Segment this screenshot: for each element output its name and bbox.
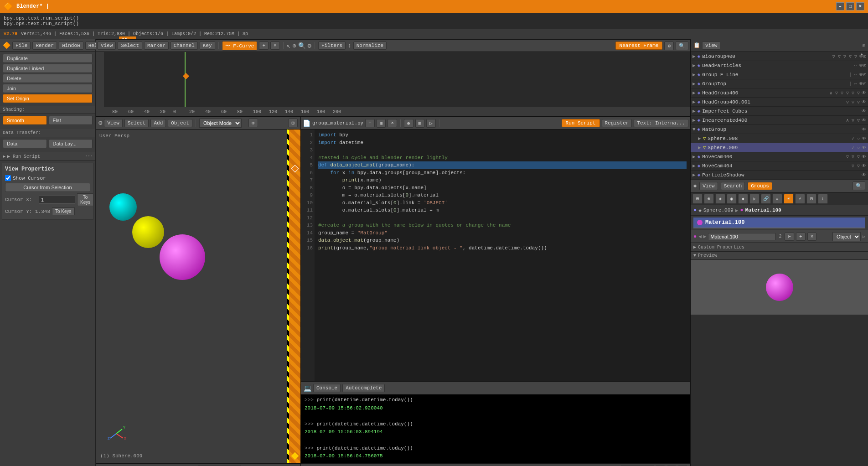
vis-icon4[interactable]: 👁 (859, 81, 863, 87)
delete-button[interactable]: Delete (3, 74, 93, 83)
vis-icon14[interactable]: 👁 (862, 172, 866, 178)
duplicate-linked-button[interactable]: Duplicate Linked (3, 64, 93, 73)
select-3d-menu[interactable]: Select (124, 119, 149, 127)
run-script-section-header[interactable]: ▶ ▶ Run Script ••• (0, 152, 95, 161)
mat-type-select[interactable]: Object (832, 232, 861, 241)
fcurve-view-btn[interactable]: 🔍 (676, 41, 688, 50)
text-internal-btn[interactable]: Text: Interna... (634, 119, 688, 127)
vis-icon3[interactable]: 👁 (859, 72, 863, 78)
3d-viewport[interactable]: User Persp (96, 129, 300, 463)
marker-menu-btn[interactable]: Marker (144, 41, 169, 50)
data-lay-button[interactable]: Data Lay... (49, 139, 93, 148)
join-button[interactable]: Join (3, 84, 93, 93)
ri-btn-12[interactable]: ↕ (818, 194, 828, 204)
ri-btn-4[interactable]: ◉ (727, 194, 737, 204)
object-3d-menu[interactable]: Object (168, 119, 192, 127)
add-text-btn[interactable]: + (365, 119, 375, 127)
cursor-tool-icon[interactable]: ↖ (287, 42, 290, 50)
right-view-btn[interactable]: View (702, 41, 720, 50)
ri-btn-3[interactable]: ◈ (715, 194, 725, 204)
groups-search-btn[interactable]: 🔍 (852, 181, 865, 190)
vis-icon12[interactable]: 👁 (862, 154, 866, 160)
outliner-item-deadparticles[interactable]: ▶ ◈ DeadParticles ⌒ 👁 ⊡ (691, 61, 868, 70)
vis-icon8[interactable]: 👁 (862, 118, 866, 123)
text-edit-btn2[interactable]: ⊞ (415, 119, 425, 128)
key-menu-btn[interactable]: Key (200, 41, 215, 50)
ri-btn-5[interactable]: ◆ (738, 194, 748, 204)
keyframe-diamond[interactable] (183, 73, 189, 79)
minimize-button[interactable]: – (836, 2, 844, 10)
code-text[interactable]: import bpy import datetime #tested in cy… (315, 129, 690, 381)
console-btn[interactable]: Console (313, 384, 341, 392)
outliner-item-imperfect-cubes[interactable]: ▶ ◈ Imperfect Cubes 👁 (691, 107, 868, 116)
filters-btn[interactable]: Filters (318, 41, 346, 50)
fcurve-close-btn[interactable]: × (270, 41, 280, 50)
view-menu-btn[interactable]: View (98, 41, 116, 50)
vis-icon9[interactable]: 👁 (862, 127, 866, 132)
cursor-x-input[interactable] (39, 196, 75, 204)
custom-props-header[interactable]: ▶ Custom Properties (691, 243, 868, 252)
smooth-button[interactable]: Smooth (3, 116, 47, 125)
ri-btn-11[interactable]: ⊡ (806, 194, 816, 204)
outliner-item-headgroup400[interactable]: ▶ ◈ HeadGroup400 ∧ ▽ ▽ ▽ ▽ ▽ 👁 (691, 88, 868, 98)
vis-icon5[interactable]: 👁 (862, 90, 866, 96)
outliner-item-biogroup400[interactable]: ▶ ◈ BioGroup400 ▽ ▽ ▽ ▽ ▽ 👁 ⊡ (691, 52, 868, 61)
close-text-btn[interactable]: × (388, 119, 397, 127)
restrict-icon3[interactable]: ⊡ (863, 72, 866, 78)
add-3d-menu[interactable]: Add (150, 119, 166, 127)
outliner-item-grouptop[interactable]: ▶ ◈ GroupTop | ⌒ 👁 ⊡ (691, 79, 868, 88)
mat-add-btn[interactable]: + (796, 233, 806, 241)
search-groups-btn[interactable]: Search (721, 182, 745, 190)
cursor-x-to-keys-button[interactable]: To Keys (77, 193, 93, 206)
outliner-item-incarcerated400[interactable]: ▶ ◈ Incarcerated400 ∧ ▽ ▽ 👁 (691, 116, 868, 125)
vis-icon2[interactable]: 👁 (859, 63, 863, 68)
ri-btn-10[interactable]: ⚡ (795, 194, 805, 204)
mat-f-btn[interactable]: F (785, 233, 794, 241)
restrict-icon4[interactable]: ⊡ (863, 81, 866, 87)
restrict-icon2[interactable]: ⊡ (863, 63, 866, 68)
vis-icon6[interactable]: 👁 (862, 99, 866, 105)
flat-button[interactable]: Flat (49, 116, 93, 125)
zoom-tool-icon[interactable]: 🔍 (298, 42, 306, 50)
object-mode-select[interactable]: Object Mode (199, 119, 242, 128)
groups-btn[interactable]: Groups (748, 182, 772, 190)
vis-icon11[interactable]: 👁 (862, 145, 866, 150)
expand-all-icon[interactable]: ⊞ (863, 43, 865, 48)
grab-tool-icon[interactable]: ⊕ (292, 42, 296, 50)
vis-icon7[interactable]: 👁 (862, 109, 866, 114)
duplicate-text-btn[interactable]: ⊞ (377, 119, 386, 128)
code-content-area[interactable]: 12345678910111213141516 import bpy impor… (301, 129, 690, 381)
ri-btn-1[interactable]: ⊞ (692, 194, 703, 204)
mat-delete-btn[interactable]: × (807, 233, 817, 241)
ri-btn-2[interactable]: ⊕ (704, 194, 714, 204)
outliner-item-movecam400[interactable]: ▶ ◈ MoveCam400 ▽ ▽ ▽ 👁 (691, 152, 868, 161)
vis-icon10[interactable]: 👁 (862, 136, 866, 141)
outliner-item-groupfline[interactable]: ▶ ◈ Group F Line | ⌒ 👁 ⊡ (691, 70, 868, 79)
data-button[interactable]: Data (3, 139, 47, 148)
scroll-up-icon[interactable]: ▲ (861, 52, 868, 56)
ri-btn-8[interactable]: ✏ (772, 194, 782, 204)
ri-btn-7[interactable]: 🔗 (761, 194, 771, 204)
preview-header[interactable]: ▼ Preview (691, 252, 868, 260)
file-menu[interactable]: File (12, 41, 31, 50)
fcurve-settings-btn[interactable]: ⚙ (664, 41, 674, 50)
material-name-input[interactable] (708, 233, 775, 240)
ri-btn-6[interactable]: ▷ (749, 194, 760, 204)
text-edit-btn3[interactable]: ▷ (426, 119, 436, 128)
orange-scroll-indicator[interactable] (289, 129, 300, 463)
select-menu-btn[interactable]: Select (118, 41, 142, 50)
view-3d-menu[interactable]: View (104, 119, 122, 127)
normalize-btn[interactable]: Normalize (353, 41, 387, 50)
outliner-item-particleshadow[interactable]: ▶ ◈ ParticleShadow 👁 (691, 171, 868, 180)
maximize-button[interactable]: □ (846, 2, 854, 10)
settings-icon[interactable]: ⚙ (308, 42, 311, 50)
global-local-btn[interactable]: ⊕ (248, 119, 258, 127)
vis-icon13[interactable]: 👁 (862, 163, 866, 169)
outliner-item-sphere009[interactable]: ▶ ▽ Sphere.009 ✓ ○ 👁 (691, 143, 868, 152)
viewport-settings-btn[interactable]: ⊞ (288, 119, 298, 127)
fcurve-add-btn[interactable]: + (259, 41, 269, 50)
text-edit-btns[interactable]: ⊕ (404, 119, 413, 128)
fcurve-mode-btn[interactable]: 〜 F-Curve (222, 41, 258, 51)
mat-prev-icon[interactable]: ◀ (698, 233, 702, 239)
cursor-from-selection-button[interactable]: Cursor from Selection (5, 183, 90, 192)
